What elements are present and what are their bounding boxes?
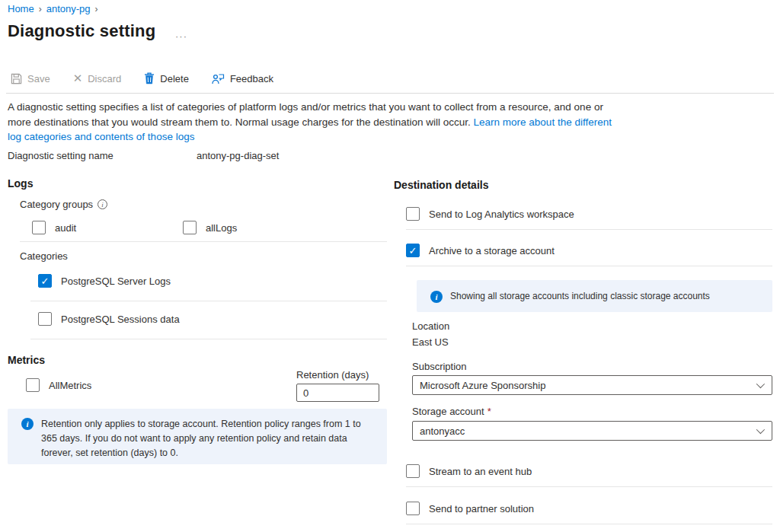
event-hub-checkbox[interactable] [406,464,420,478]
location-value: East US [412,336,449,348]
checkbox-row-event-hub[interactable]: Stream to an event hub [406,464,532,478]
divider [406,229,772,230]
chevron-down-icon [756,425,765,434]
divider [406,266,772,266]
partner-solution-label: Send to partner solution [429,503,534,514]
chevron-right-icon: › [39,4,42,14]
storage-account-label: Storage account [412,406,484,417]
log-analytics-checkbox[interactable] [406,207,420,221]
info-icon: i [430,291,443,303]
alllogs-label: allLogs [206,222,237,234]
destination-details-heading: Destination details [394,179,488,191]
retention-info-text: Retention only applies to storage accoun… [41,417,369,460]
location-label: Location [412,320,449,332]
checkbox-row-postgresql-server-logs[interactable]: PostgreSQL Server Logs [38,274,171,288]
info-tooltip-icon[interactable]: i [98,199,107,209]
subscription-label: Subscription [412,361,467,372]
divider [406,486,772,487]
breadcrumb-antony-pg[interactable]: antony-pg [46,3,91,14]
discard-label: Discard [88,73,121,84]
divider [406,524,772,524]
save-icon [11,73,22,84]
checkbox-row-log-analytics[interactable]: Send to Log Analytics workspace [406,207,574,221]
command-bar: Save ✕ Discard Delete Feedback [11,70,273,87]
postgresql-sessions-data-label: PostgreSQL Sessions data [61,314,180,325]
logs-metrics-column: Logs Category groups i audit allLogs Cat… [8,177,387,527]
toolbar-divider [6,93,774,94]
log-analytics-label: Send to Log Analytics workspace [429,209,574,220]
checkbox-row-alllogs[interactable]: allLogs [183,221,237,234]
discard-button[interactable]: ✕ Discard [73,72,122,85]
feedback-icon [212,73,225,84]
info-icon: i [21,418,34,430]
postgresql-server-logs-checkbox[interactable] [38,274,52,288]
divider [20,241,387,242]
storage-accounts-info-text: Showing all storage accounts including c… [450,289,710,304]
category-groups-label-row: Category groups i [20,199,107,210]
logs-heading: Logs [8,177,33,190]
save-label: Save [27,73,50,84]
retention-days-label: Retention (days) [296,369,369,381]
checkbox-row-allmetrics[interactable]: AllMetrics [26,378,91,392]
checkbox-row-partner-solution[interactable]: Send to partner solution [406,502,534,515]
save-button[interactable]: Save [11,73,50,84]
breadcrumb: Home › antony-pg › [8,3,98,14]
delete-button[interactable]: Delete [144,72,189,84]
postgresql-sessions-data-checkbox[interactable] [38,312,52,326]
chevron-right-icon: › [95,4,98,14]
storage-account-label-row: Storage account* [412,406,491,417]
audit-label: audit [55,222,76,234]
archive-storage-checkbox[interactable] [406,244,420,257]
archive-storage-label: Archive to a storage account [429,245,555,256]
category-groups-label: Category groups [20,199,93,210]
checkbox-row-postgresql-sessions-data[interactable]: PostgreSQL Sessions data [38,312,180,326]
storage-accounts-info-box: i Showing all storage accounts including… [417,280,772,312]
feedback-button[interactable]: Feedback [212,73,273,84]
partner-solution-checkbox[interactable] [406,502,420,515]
page-title: Diagnostic setting [8,21,155,41]
subscription-select[interactable]: Microsoft Azure Sponsorship [412,375,772,395]
postgresql-server-logs-label: PostgreSQL Server Logs [61,276,171,287]
retention-info-box: i Retention only applies to storage acco… [8,409,387,464]
subscription-selected-value: Microsoft Azure Sponsorship [420,380,545,391]
breadcrumb-home[interactable]: Home [8,3,34,14]
divider [30,339,387,339]
diagnostic-setting-name-value: antony-pg-diag-set [197,150,279,161]
event-hub-label: Stream to an event hub [429,466,532,477]
chevron-down-icon [756,380,765,388]
delete-label: Delete [160,73,189,84]
allmetrics-label: AllMetrics [49,380,91,391]
divider [30,301,387,301]
checkbox-row-archive-storage[interactable]: Archive to a storage account [406,244,555,257]
diagnostic-setting-name-label: Diagnostic setting name [8,150,113,161]
storage-account-select[interactable]: antonyacc [412,421,772,441]
feedback-label: Feedback [230,73,273,84]
storage-account-selected-value: antonyacc [420,425,465,437]
alllogs-checkbox[interactable] [183,221,197,234]
page-description: A diagnostic setting specifies a list of… [8,100,613,145]
destination-details-column: Destination details Send to Log Analytic… [394,179,772,529]
overflow-menu-button[interactable]: ··· [175,30,187,42]
retention-days-input[interactable]: 0 [296,384,379,402]
required-marker: * [488,406,491,417]
allmetrics-checkbox[interactable] [26,378,40,392]
categories-label: Categories [20,250,68,262]
audit-checkbox[interactable] [32,221,46,234]
discard-x-icon: ✕ [73,72,83,85]
checkbox-row-audit[interactable]: audit [32,221,76,234]
metrics-heading: Metrics [8,354,45,366]
trash-icon [144,72,155,84]
